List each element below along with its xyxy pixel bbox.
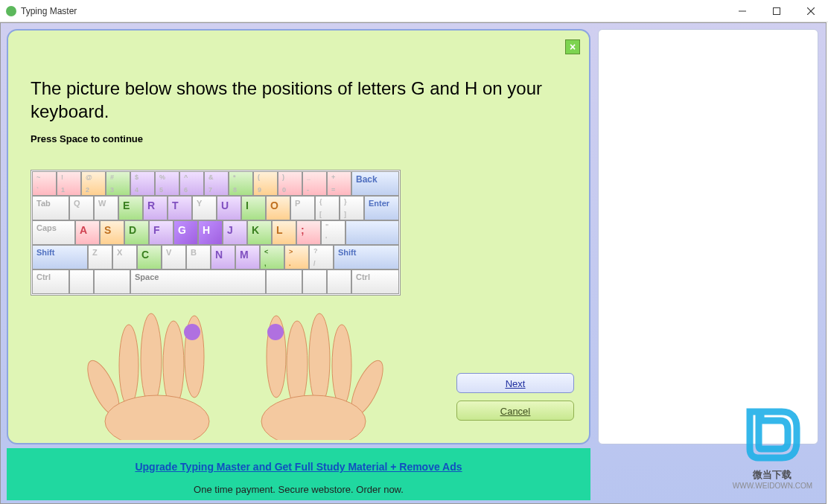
key-minus: _- [302, 171, 327, 196]
left-hand [75, 306, 224, 440]
key-n: N [211, 245, 235, 269]
svg-point-6 [141, 313, 162, 406]
key-h: H [198, 220, 223, 245]
key-r: R [143, 196, 168, 220]
key-ctrl-left: Ctrl [32, 269, 69, 294]
key-d: D [124, 220, 149, 245]
key-slash: ?/ [309, 245, 334, 269]
key-6: ^6 [179, 171, 204, 196]
key-alt-right [266, 269, 302, 294]
lesson-panel: × The picture below shows the positions … [7, 29, 590, 444]
key-period: >. [284, 245, 309, 269]
key-enter-lower [345, 220, 399, 245]
key-caps: Caps [32, 220, 75, 245]
key-z: Z [88, 245, 112, 269]
key-t: T [168, 196, 192, 220]
upgrade-bar: Upgrade Typing Master and Get Full Study… [7, 448, 590, 500]
sidebar-panel [598, 29, 818, 444]
key-space: Space [130, 269, 266, 294]
key-quote: "' [321, 220, 345, 245]
cancel-button[interactable]: Cancel [456, 401, 574, 421]
watermark-url: WWW.WEIDOWN.COM [733, 482, 812, 490]
key-j: J [223, 220, 247, 245]
key-win-left [69, 269, 94, 294]
svg-point-15 [261, 395, 366, 440]
app-container: × The picture below shows the positions … [0, 22, 827, 504]
key-m: M [235, 245, 260, 269]
key-y: Y [192, 196, 217, 220]
key-x: X [112, 245, 137, 269]
instruction-title: The picture below shows the positions of… [31, 77, 567, 123]
key-back: Back [351, 171, 399, 196]
app-title: Typing Master [21, 6, 77, 16]
key-v: V [162, 245, 186, 269]
key-0: )0 [278, 171, 302, 196]
watermark-logo [739, 404, 806, 464]
watermark: 微当下载 WWW.WEIDOWN.COM [733, 404, 812, 490]
key-p: P [290, 196, 315, 220]
kb-row-2: Tab Q W E R T Y U I O P {[ }] Enter [32, 196, 399, 220]
key-bracket-r: }] [340, 196, 364, 220]
svg-point-13 [332, 325, 351, 406]
window-controls [725, 0, 828, 22]
key-f: F [149, 220, 173, 245]
key-a: A [75, 220, 100, 245]
key-tab: Tab [32, 196, 69, 220]
key-win-right [302, 269, 327, 294]
key-4: $4 [130, 171, 155, 196]
watermark-text: 微当下载 [733, 468, 812, 482]
minimize-button[interactable] [725, 0, 759, 22]
title-bar: Typing Master [0, 0, 828, 22]
key-s: S [100, 220, 124, 245]
svg-point-9 [105, 395, 209, 440]
key-alt-left [94, 269, 130, 294]
upgrade-subtext: One time payment. Secure webstore. Order… [7, 484, 590, 495]
svg-point-11 [287, 321, 308, 407]
key-8: *8 [229, 171, 253, 196]
key-enter: Enter [364, 196, 399, 220]
key-g: G [173, 220, 198, 245]
key-3: #3 [106, 171, 130, 196]
app-icon [6, 6, 16, 16]
key-2: @2 [81, 171, 106, 196]
key-u: U [217, 196, 241, 220]
key-c: C [137, 245, 162, 269]
maximize-button[interactable] [759, 0, 794, 22]
key-w: W [94, 196, 118, 220]
key-equals: += [327, 171, 351, 196]
key-shift-right: Shift [334, 245, 399, 269]
kb-row-1: ~` !1 @2 #3 $4 %5 ^6 &7 *8 (9 )0 _- += B… [32, 171, 399, 196]
key-bracket-l: {[ [315, 196, 340, 220]
key-e: E [118, 196, 143, 220]
key-5: %5 [155, 171, 179, 196]
instruction-subtitle: Press Space to continue [31, 133, 567, 144]
key-7: &7 [204, 171, 229, 196]
next-button[interactable]: Next [456, 373, 574, 393]
svg-point-5 [119, 325, 138, 406]
key-k: K [247, 220, 272, 245]
key-i: I [241, 196, 266, 220]
button-area: Next Cancel [456, 373, 574, 428]
keyboard: ~` !1 @2 #3 $4 %5 ^6 &7 *8 (9 )0 _- += B… [31, 170, 401, 296]
key-l: L [272, 220, 296, 245]
key-grave: ~` [32, 171, 57, 196]
svg-rect-1 [774, 7, 780, 14]
svg-point-12 [309, 313, 330, 406]
key-ctrl-right: Ctrl [351, 269, 399, 294]
svg-point-7 [163, 321, 184, 407]
key-shift-left: Shift [32, 245, 88, 269]
key-q: Q [69, 196, 94, 220]
key-o: O [266, 196, 290, 220]
kb-row-3: Caps A S D F G H J K L ; "' [32, 220, 399, 245]
key-b: B [186, 245, 211, 269]
key-9: (9 [253, 171, 278, 196]
close-button[interactable] [794, 0, 828, 22]
key-semicolon: ; [296, 220, 321, 245]
kb-row-5: Ctrl Space Ctrl [32, 269, 399, 294]
key-menu [327, 269, 351, 294]
upgrade-link[interactable]: Upgrade Typing Master and Get Full Study… [135, 461, 462, 473]
close-lesson-button[interactable]: × [565, 39, 580, 54]
kb-row-4: Shift Z X C V B N M <, >. ?/ Shift [32, 245, 399, 269]
key-1: !1 [57, 171, 81, 196]
key-comma: <, [260, 245, 284, 269]
